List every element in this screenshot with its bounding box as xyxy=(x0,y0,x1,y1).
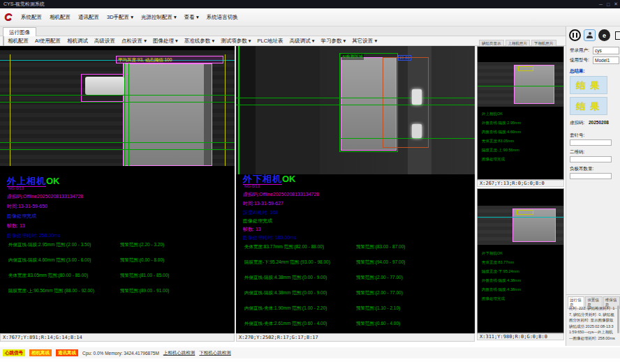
thumbnail-view-upper[interactable]: 外上相机OK外侧直线-隔膜:2.95mm内侧直线-隔膜:4.60mm壳体宽度:8… xyxy=(477,46,564,180)
exit-button[interactable] xyxy=(613,29,620,41)
camera-view-lower[interactable]: AI检测区域 20.80 外下相机OK NG:0/13 虚拟码:Offline2… xyxy=(236,46,476,333)
process-time: 图像处理耗时: 180.00ms xyxy=(243,234,297,241)
warning-range: 预警范围:(0.60 - 4.00) xyxy=(356,321,400,327)
title-bar: CYS-视觉检测系统 xyxy=(0,0,620,8)
camera-offline-badge: 相机离线 xyxy=(29,349,52,356)
toolbar-item[interactable]: PLC地址表 xyxy=(258,38,283,45)
overlay-green-line xyxy=(236,105,475,105)
warning-range: 预警范围:(89.00 - 91.00) xyxy=(120,288,169,294)
bright-reflection xyxy=(412,89,422,105)
minimize-icon[interactable]: ─ xyxy=(599,2,603,7)
maximize-icon[interactable]: □ xyxy=(607,2,610,7)
measurement-list: 壳体宽度:83.77mm 范围:(82.00 - 88.00) 预警范围:(83… xyxy=(244,244,476,333)
camera-name: 外上相机 xyxy=(7,176,46,187)
measurement-row: 壳体宽度:83.05mm 范围:(80.00 - 86.00) 预警范围:(81… xyxy=(8,273,232,288)
measurement-row: 隔膜宽度-上:90.56mm 范围:(88.00 - 92.00) 预警范围:(… xyxy=(8,288,232,303)
measurement-row: 壳体宽度:83.77mm 范围:(82.00 - 88.00) 预警范围:(83… xyxy=(244,244,476,259)
lower-camera-heartbeat-link[interactable]: 下相机心跳检测 xyxy=(199,350,231,356)
capture-time: 时间:13-31-59-627 xyxy=(243,200,283,207)
camera-view-upper[interactable]: 平均灰度:93, 动态阈值:100 外上相机OK NG:0/13 虚拟码:Off… xyxy=(0,46,236,333)
tab-count-value[interactable] xyxy=(570,173,612,179)
measurement-value: 外侧直线-隔膜:2.95mm 范围:(2.00 - 3.50) xyxy=(8,242,91,247)
log-scrollbar[interactable] xyxy=(617,305,619,333)
thumbnail-text-line: 隔膜宽度-下:95.24mm xyxy=(482,267,521,276)
heartbeat-badge: 心跳信号 xyxy=(3,349,25,356)
menu-item[interactable]: 光源控制配置 ▾ xyxy=(141,14,177,21)
user-value[interactable]: cys xyxy=(593,47,619,54)
measurement-value: 壳体宽度:83.05mm 范围:(80.00 - 86.00) xyxy=(8,273,88,278)
needle-label: 套针号: xyxy=(570,132,584,139)
menu-item[interactable]: 系统配置 xyxy=(21,14,42,21)
login-user-button[interactable] xyxy=(584,29,596,41)
measurement-row: 外侧直线-壳体:2.61mm 范围:(0.60 - 4.00) 预警范围:(0.… xyxy=(244,321,476,333)
warning-range: 预警范围:(1.10 - 2.10) xyxy=(356,305,400,312)
vcode-value: 20250208 xyxy=(589,120,609,125)
pause-button[interactable] xyxy=(569,29,581,41)
toolbar-item[interactable]: 点检设置 ▾ xyxy=(121,38,147,45)
ng-counter: NG:0/13 xyxy=(8,186,24,190)
model-value[interactable]: Model1 xyxy=(593,56,619,64)
toolbar-item[interactable]: 其它设置 ▾ xyxy=(352,38,377,45)
thumbnail-view-lower[interactable]: 外下相机OK壳体宽度:83.77mm隔膜宽度-下:95.24mm外侧直线-隔膜:… xyxy=(477,188,564,333)
upper-camera-heartbeat-link[interactable]: 上相机心跳检测 xyxy=(163,350,195,356)
thumbnail-text-line: 外上相机OK xyxy=(482,109,521,119)
tab-run-image[interactable]: 运行图像 xyxy=(3,27,36,36)
overlay-yellow-box xyxy=(518,66,533,71)
toolbar-item[interactable]: 测试项参数 ▾ xyxy=(221,38,251,45)
menu-item[interactable]: 通讯配置 xyxy=(78,14,99,21)
result-box-upper: 结 果 xyxy=(570,76,607,94)
menu-item[interactable]: 查看 ▾ xyxy=(184,14,199,21)
close-icon[interactable]: ✕ xyxy=(614,1,618,7)
bottom-status-bar: 心跳信号 相机离线 通讯离线 Cpu: 0.0% Memory: 3424.41… xyxy=(0,347,620,358)
thumbnail-text-block: 外上相机OK外侧直线-隔膜:2.95mm内侧直线-隔膜:4.60mm壳体宽度:8… xyxy=(482,109,521,164)
status-upper-coords: X:7677;Y:891;R:14;G:14;B:14 xyxy=(0,333,235,342)
result-box-lower: 结 果 xyxy=(570,97,607,115)
qr-value[interactable] xyxy=(570,156,612,162)
toolbar-item[interactable]: 高级设置 xyxy=(94,38,115,45)
overlay-green-line xyxy=(0,95,235,96)
measurement-row: 内侧直线-隔膜:4.38mm 范围:(0.00 - 9.00) 预警范围:(2.… xyxy=(244,290,476,305)
overlay-green-line xyxy=(339,138,475,139)
toolbar-item[interactable]: 高级调试 ▾ xyxy=(290,38,315,45)
pause-icon xyxy=(573,33,577,38)
warning-range: 预警范围:(2.00 - 77.00) xyxy=(356,290,403,296)
menu-item[interactable]: 3D手配置 ▾ xyxy=(107,14,133,21)
thumbnail-text-line: 外下相机OK xyxy=(482,249,521,258)
measurement-value: 壳体宽度:83.77mm 范围:(82.00 - 88.00) xyxy=(244,244,324,249)
thumbnail-text-line: 壳体宽度:83.05mm xyxy=(482,137,521,146)
overlay-green-line xyxy=(0,142,235,143)
menu-item[interactable]: 系统语言切换 xyxy=(207,14,238,21)
thumbnail-text-line: 外侧直线-隔膜:2.95mm xyxy=(482,119,521,128)
toolbar-item[interactable]: 学习参数 ▾ xyxy=(320,38,346,45)
warning-range: 预警范围:(2.20 - 3.20) xyxy=(120,242,164,248)
total-result-label: 总结果: xyxy=(570,68,585,75)
e-button[interactable]: e xyxy=(598,29,610,41)
virtual-code: 虚拟码:Offline20250208133134728 xyxy=(243,191,319,198)
toolbar-item[interactable]: 相机配置 xyxy=(8,38,29,45)
toolbar-item[interactable]: 相机调试 xyxy=(67,38,88,45)
measurement-list: 外侧直线-隔膜:2.95mm 范围:(2.00 - 3.50) 预警范围:(2.… xyxy=(8,242,232,303)
thumbnail-text-line: 壳体宽度:83.77mm xyxy=(482,258,521,267)
toolbar-item[interactable]: AI使用配置 xyxy=(35,38,61,45)
camera-name: 外下相机 xyxy=(243,174,282,185)
toolbar-item[interactable]: 基准线参数 ▾ xyxy=(184,38,214,45)
measurement-value: 内侧直线-隔膜:4.60mm 范围:(3.00 - 6.00) xyxy=(8,257,91,262)
measurement-value: 外侧直线-壳体:2.61mm 范围:(0.60 - 4.00) xyxy=(244,321,327,326)
thumbnail-text-line: 内侧直线-隔膜:4.38mm xyxy=(482,285,521,294)
menu-item[interactable]: 相机配置 xyxy=(50,14,71,21)
model-label: 使用型号: xyxy=(570,57,589,63)
e-icon: e xyxy=(603,32,606,39)
ai-time: 深度AI耗时: 168 xyxy=(243,209,278,216)
result-ok: OK xyxy=(282,174,296,184)
measurement-value: 内侧直线-隔膜:4.38mm 范围:(0.00 - 9.00) xyxy=(244,290,327,295)
overlay-green-vline xyxy=(128,63,129,166)
thumbnail-text-line: 隔膜宽度-上:90.56mm xyxy=(482,146,521,155)
main-menu: 系统配置相机配置通讯配置3D手配置 ▾光源控制配置 ▾查看 ▾系统语言切换 xyxy=(21,8,238,26)
process-done: 图像处理完成 xyxy=(243,218,272,225)
toolbar-item[interactable]: 图像处理 ▾ xyxy=(153,38,178,45)
connector-tab xyxy=(85,77,124,95)
comm-offline-badge: 通讯离线 xyxy=(56,349,78,356)
panel-buttons: e xyxy=(569,29,620,41)
needle-value[interactable] xyxy=(570,139,612,146)
tab-strip xyxy=(0,26,620,36)
